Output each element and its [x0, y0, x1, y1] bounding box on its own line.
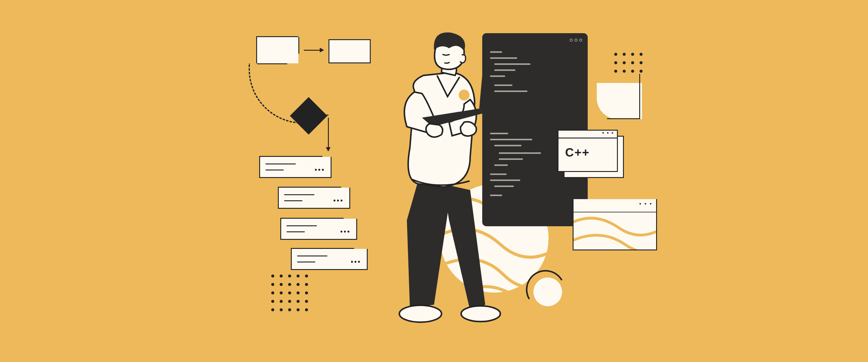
dot-grid-left — [271, 275, 308, 311]
flowchart-box-1 — [256, 36, 299, 63]
svg-point-2 — [459, 90, 470, 101]
illustration-stage: ••• ••• ••• ••• — [163, 15, 705, 347]
person-with-laptop-icon — [374, 27, 524, 329]
list-card-4: ••• — [291, 249, 368, 270]
dot-grid-right — [614, 53, 643, 73]
list-card-3: ••• — [280, 219, 357, 240]
cpp-window-front: C++ — [558, 130, 618, 172]
svg-point-0 — [461, 306, 500, 322]
list-card-2: ••• — [278, 188, 350, 209]
flowchart-arrow-down — [328, 118, 329, 151]
wavy-panel: • • • — [572, 199, 657, 250]
flowchart-box-2 — [329, 39, 371, 63]
svg-point-1 — [399, 305, 441, 322]
cpp-label: C++ — [558, 138, 617, 159]
flowchart-arrow-right — [304, 50, 323, 51]
decorative-notch-shape — [597, 83, 642, 119]
list-card-1: ••• — [259, 157, 332, 178]
